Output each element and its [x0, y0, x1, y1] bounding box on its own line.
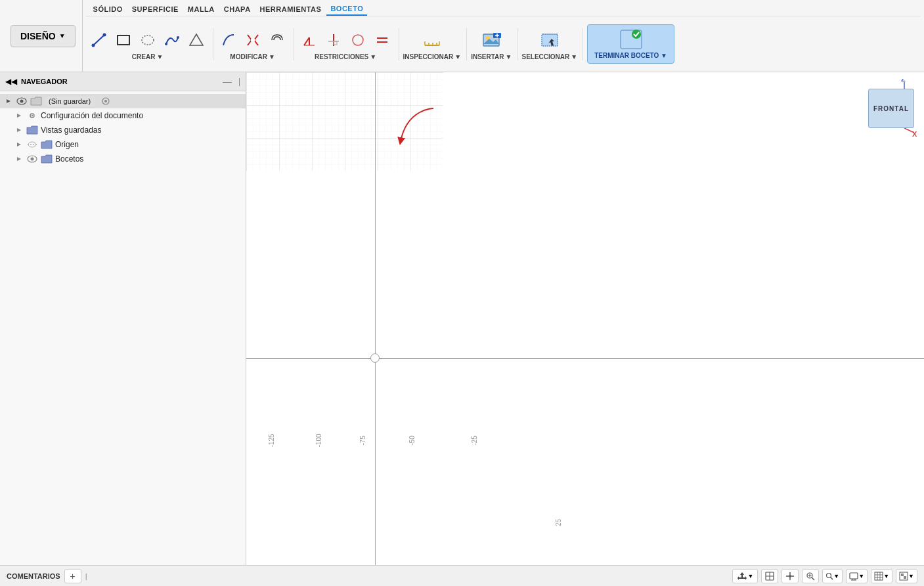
tree-origin-folder-icon — [41, 139, 53, 150]
seleccionar-dropdown[interactable]: ▼ — [571, 53, 577, 60]
diameter-constraint-button[interactable] — [347, 28, 369, 52]
tree-eye-icon — [16, 96, 28, 106]
ruler-label-minus25: -25 — [471, 436, 478, 445]
svg-marker-43 — [17, 114, 21, 118]
tree-settings-icon — [100, 96, 112, 106]
tab-solido[interactable]: SÓLIDO — [89, 3, 127, 15]
insertar-label: INSERTAR — [471, 53, 504, 60]
tree-origin-item[interactable]: Origen — [0, 137, 246, 152]
inspeccionar-dropdown[interactable]: ▼ — [454, 53, 461, 60]
snap-dropdown-button[interactable]: ▼ — [896, 569, 917, 583]
canvas-grid — [246, 72, 443, 171]
restricciones-dropdown[interactable]: ▼ — [370, 53, 376, 60]
svg-rect-71 — [850, 573, 858, 579]
ruler-label-minus125: -125 — [268, 434, 275, 447]
svg-point-49 — [28, 142, 36, 147]
select-button[interactable] — [537, 28, 563, 52]
perpendicular-constraint-button[interactable] — [322, 28, 345, 52]
svg-rect-75 — [875, 572, 883, 580]
offset-tool-button[interactable] — [266, 28, 288, 52]
horizontal-axis — [246, 358, 924, 359]
line-tool-button[interactable] — [88, 28, 110, 52]
tab-herramientas[interactable]: HERRAMIENTAS — [256, 3, 326, 15]
spline-tool-button[interactable] — [161, 28, 183, 52]
modificar-dropdown[interactable]: ▼ — [269, 53, 275, 60]
trim-tool-button[interactable] — [242, 28, 264, 52]
tree-sketches-label: Bocetos — [55, 154, 83, 164]
svg-line-13 — [304, 37, 309, 45]
modificar-label: MODIFICAR — [230, 53, 267, 60]
vertical-axis — [375, 72, 376, 565]
sidebar-tree: (Sin guardar) Configuración del document… — [0, 91, 246, 565]
view-cube-box[interactable]: FRONTAL — [868, 89, 914, 128]
tab-boceto[interactable]: BOCETO — [326, 3, 367, 16]
insertar-dropdown[interactable]: ▼ — [506, 53, 512, 60]
tree-sketches-arrow[interactable] — [14, 154, 24, 164]
tree-expand-arrow[interactable] — [4, 97, 13, 106]
tree-sketches-item[interactable]: Bocetos — [0, 152, 246, 166]
tab-malla[interactable]: MALLA — [184, 3, 219, 15]
tree-config-item[interactable]: Configuración del documento — [0, 108, 246, 123]
inspeccionar-label: INSPECCIONAR — [403, 53, 454, 60]
measure-button[interactable] — [419, 28, 445, 52]
svg-point-19 — [353, 35, 363, 45]
tree-root-item[interactable]: (Sin guardar) — [0, 94, 246, 108]
add-comment-button[interactable]: + — [64, 569, 81, 583]
ruler-label-minus100: -100 — [315, 434, 322, 447]
terminar-boceto-button[interactable]: TERMINAR BOCETO ▼ — [587, 24, 674, 64]
circle-tool-button[interactable] — [137, 28, 159, 52]
svg-text:X: X — [912, 130, 917, 138]
insert-image-button[interactable] — [478, 28, 504, 52]
sidebar-collapse-button[interactable]: ◀◀ — [5, 77, 17, 86]
polygon-tool-button[interactable] — [185, 28, 208, 52]
equal-constraint-button[interactable] — [371, 28, 393, 52]
zoom-fit-button[interactable] — [802, 569, 819, 583]
svg-marker-47 — [17, 143, 21, 146]
svg-point-52 — [31, 158, 34, 161]
arc-tool-button[interactable] — [217, 28, 240, 52]
tree-origin-eye-icon — [26, 139, 38, 150]
tree-config-arrow[interactable] — [14, 111, 24, 120]
origin-point — [370, 353, 380, 363]
statusbar-collapse-button[interactable]: | — [85, 572, 87, 580]
svg-point-4 — [142, 35, 154, 45]
tree-sketches-folder-icon — [41, 154, 53, 164]
coincident-constraint-button[interactable] — [298, 28, 320, 52]
tree-views-folder-icon — [26, 125, 38, 135]
svg-marker-50 — [17, 157, 21, 161]
pan-button[interactable] — [781, 569, 799, 583]
grid-dropdown-button[interactable]: ▼ — [871, 569, 892, 583]
sidebar-minus-button[interactable]: — — [223, 76, 232, 87]
layout-button[interactable] — [761, 569, 778, 583]
svg-point-45 — [32, 115, 33, 116]
tree-sketches-eye-icon — [26, 154, 38, 164]
statusbar: COMENTARIOS + | ▼ ▼ ▼ — [0, 565, 924, 586]
restricciones-label: RESTRICCIONES — [315, 53, 368, 60]
tree-views-label: Vistas guardadas — [41, 125, 102, 135]
svg-point-37 — [632, 30, 641, 39]
tree-root-label: (Sin guardar) — [45, 97, 95, 106]
tree-origin-arrow[interactable] — [14, 140, 24, 149]
main-area: ◀◀ NAVEGADOR — | (Sin guardar) — [0, 72, 924, 565]
tree-views-item[interactable]: Vistas guardadas — [0, 123, 246, 137]
tab-superficie[interactable]: SUPERFICIE — [128, 3, 183, 15]
sidebar-pin-button[interactable]: | — [238, 77, 240, 86]
svg-line-0 — [93, 35, 104, 45]
display-dropdown-button[interactable]: ▼ — [846, 569, 868, 583]
tab-chapa[interactable]: CHAPA — [220, 3, 255, 15]
svg-line-66 — [812, 577, 814, 580]
svg-point-42 — [104, 100, 107, 102]
design-button[interactable]: DISEÑO ▼ — [11, 25, 76, 47]
svg-rect-54 — [246, 72, 443, 171]
move-tool-button[interactable]: ▼ — [732, 569, 758, 583]
ruler-label-minus75: -75 — [359, 436, 366, 445]
svg-point-69 — [827, 573, 831, 577]
ruler-label-minus50: -50 — [408, 436, 416, 445]
rectangle-tool-button[interactable] — [112, 28, 135, 52]
canvas-area[interactable]: -125 -100 -75 -50 -25 25 50 Z X — [246, 72, 924, 565]
crear-dropdown[interactable]: ▼ — [156, 53, 163, 60]
tree-views-arrow[interactable] — [14, 125, 24, 135]
zoom-dropdown-button[interactable]: ▼ — [822, 569, 843, 583]
statusbar-right: ▼ ▼ ▼ ▼ ▼ — [732, 569, 917, 583]
svg-point-64 — [789, 575, 791, 577]
